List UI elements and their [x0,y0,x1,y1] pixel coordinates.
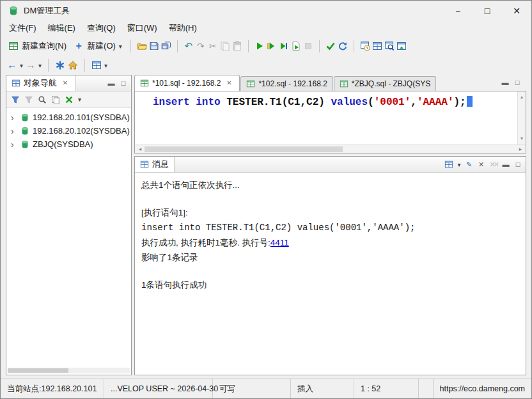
toolbar-separator [48,59,49,72]
minimize-button[interactable]: − [443,1,473,21]
sql-punct: ( [368,97,374,108]
maximize-messages-icon[interactable]: □ [514,159,522,169]
status-write-mode: 可写 [213,379,291,398]
tree-item-connection[interactable]: › ZBJQ(SYSDBA) [6,137,131,151]
sql-editor[interactable]: insert into TESTER.T1(C1,C2) values('000… [134,91,526,153]
sql-punct: , [411,97,417,108]
cut-icon[interactable]: ✂ [208,41,218,51]
new-object-dropdown-icon[interactable]: ▾ [119,43,122,50]
forward-dropdown-icon[interactable]: ▾ [38,62,42,69]
navigator-close-icon[interactable]: ✕ [60,78,70,88]
search-icon[interactable] [38,95,47,104]
save-all-icon[interactable] [161,41,171,51]
filter-icon[interactable] [11,95,20,104]
home-icon[interactable] [68,60,78,70]
execution-id-link[interactable]: 4411 [270,238,289,247]
maximize-button[interactable]: □ [473,1,502,21]
sql-file-icon [246,79,255,88]
messages-header-actions: ▾ ✎ ✕ ✕✕ ▬ □ [444,159,526,169]
new-query-button[interactable]: 新建查询(N) [6,38,69,54]
paste-icon[interactable] [232,41,242,51]
close-button[interactable]: ✕ [502,1,531,21]
custom-filter-icon[interactable] [24,95,33,104]
toolbar-separator [177,40,178,52]
remove-all-icon[interactable]: ✕✕ [490,159,497,169]
tree-item-connection[interactable]: › 192.168.20.102(SYSDBA) [6,124,131,137]
sql-analyze-icon[interactable] [384,41,395,51]
editor-vscrollbar[interactable]: ▴ ▾ [517,91,526,145]
scrollbar-thumb[interactable] [8,368,68,373]
sql-string: '0001' [374,97,411,108]
panes-icon[interactable] [51,95,60,104]
tree-item-label: 192.168.20.102(SYSDBA) [33,126,130,136]
copy-icon[interactable] [220,41,230,51]
message-result-line: 执行成功, 执行耗时1毫秒. 执行号:4411 [141,236,519,251]
database-icon [20,140,29,149]
collapse-all-icon[interactable] [65,95,74,104]
messages-output[interactable]: 总共1个语句正依次执行... [执行语句1]: insert into TEST… [135,173,526,375]
menu-edit[interactable]: 编辑(E) [42,21,81,35]
execute-script-icon[interactable] [291,41,301,51]
minimize-view-icon[interactable]: ▬ [107,78,115,88]
view-options-icon[interactable] [444,160,453,169]
scroll-left-icon[interactable]: ◂ [137,144,143,154]
commit-icon[interactable] [325,41,336,51]
execute-next-icon[interactable] [279,41,289,51]
execute-current-icon[interactable] [267,41,277,51]
open-folder-icon[interactable] [137,41,147,51]
tab-label: *ZBJQ.sql - ZBJQ(SYS [352,79,430,88]
interrupt-icon[interactable] [55,60,65,70]
maximize-view-icon[interactable]: □ [120,78,127,88]
minimize-editor-icon[interactable]: ▬ [501,77,509,88]
menu-help[interactable]: 帮助(H) [163,21,203,35]
scrollbar-thumb[interactable] [145,146,343,152]
back-icon[interactable]: ← [7,60,17,70]
scroll-right-icon[interactable]: ▸ [517,144,524,154]
menu-file[interactable]: 文件(F) [3,21,42,35]
tab-101-sql[interactable]: *101.sql - 192.168.2 ✕ [134,75,240,91]
editor-hscrollbar[interactable]: ◂ ▸ [135,145,526,153]
menu-query[interactable]: 查询(Q) [81,21,121,35]
save-icon[interactable] [149,41,159,51]
window-controls: − □ ✕ [443,1,531,21]
navigator-menu-dropdown-icon[interactable]: ▾ [78,96,81,103]
scroll-up-icon[interactable]: ▴ [519,92,525,102]
navigator-hscrollbar[interactable] [8,368,130,373]
scroll-down-icon[interactable]: ▾ [519,134,525,144]
expander-icon[interactable]: › [11,127,17,136]
agent-jobs-icon[interactable] [360,41,370,51]
maximize-editor-icon[interactable]: □ [513,77,521,88]
sql-code-line[interactable]: insert into TESTER.T1(C1,C2) values('000… [135,91,526,145]
status-eco-link[interactable]: https://eco.dameng.com [433,379,531,398]
views-icon[interactable] [91,60,102,70]
monitor-icon[interactable] [372,41,382,51]
rollback-icon[interactable] [338,41,348,51]
tree-item-connection[interactable]: › 192.168.20.101(SYSDBA) [6,111,131,124]
new-object-button[interactable]: + 新建(O) ▾ [71,38,125,54]
pin-output-icon[interactable]: ✎ [465,159,473,169]
view-options-dropdown-icon[interactable]: ▾ [458,161,461,168]
stop-icon[interactable] [303,41,313,51]
sql-keyword: values [331,97,368,108]
execute-icon[interactable] [254,41,265,51]
plus-icon: + [74,41,84,51]
back-dropdown-icon[interactable]: ▾ [20,62,23,69]
tab-102-sql[interactable]: *102.sql - 192.168.2 [240,76,332,91]
minimize-messages-icon[interactable]: ▬ [502,159,510,169]
tab-zbjq-sql[interactable]: *ZBJQ.sql - ZBJQ(SYS [334,76,436,91]
workspace: 对象导航 ✕ ▬ □ ▾ › 192.168 [1,74,531,379]
object-navigator-tab[interactable]: 对象导航 ✕ [6,75,76,91]
expander-icon[interactable]: › [11,140,17,149]
redo-icon[interactable]: ↷ [196,41,206,51]
data-migrate-icon[interactable] [396,41,407,51]
new-object-label: 新建(O) [87,40,116,52]
messages-tab[interactable]: 消息 [135,157,175,172]
clear-console-icon[interactable]: ✕ [478,159,485,169]
views-dropdown-icon[interactable]: ▾ [104,62,107,69]
forward-icon[interactable]: → [26,60,36,70]
menu-window[interactable]: 窗口(W) [121,21,163,35]
expander-icon[interactable]: › [11,113,17,122]
tab-close-icon[interactable]: ✕ [224,78,234,88]
undo-icon[interactable]: ↶ [184,41,194,51]
navigator-icon [12,79,20,88]
